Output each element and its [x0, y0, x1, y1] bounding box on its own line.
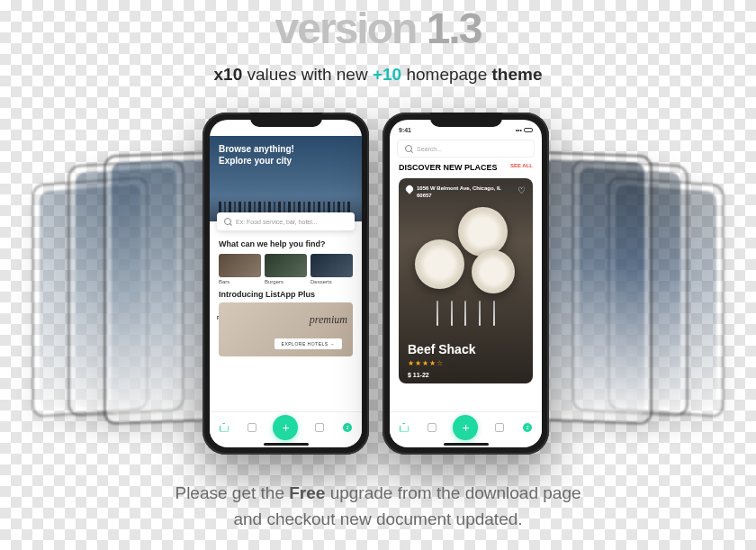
- footer-text: Please get the Free upgrade from the dow…: [0, 481, 756, 532]
- search-placeholder: Ex: Food service, bar, hotel...: [236, 219, 318, 225]
- tagline-plus10: +10: [373, 65, 401, 84]
- plus-icon: +: [462, 420, 469, 435]
- search-input[interactable]: Ex: Food service, bar, hotel...: [217, 212, 355, 230]
- tagline: x10 values with new +10 homepage theme: [0, 65, 756, 85]
- bookmark-icon: [495, 423, 504, 432]
- nav-home[interactable]: [397, 420, 411, 435]
- category-burgers[interactable]: Burgers: [265, 254, 307, 284]
- status-time: 9:41: [219, 127, 231, 133]
- home-indicator: [444, 443, 489, 446]
- free-label: Free: [289, 483, 325, 502]
- badge: 2: [523, 423, 532, 432]
- search-placeholder: Search...: [417, 146, 442, 152]
- card-address: 1056 W Belmont Ave, Chicago, IL 60657: [406, 185, 515, 200]
- see-all-link[interactable]: SEE ALL: [510, 163, 533, 168]
- badge: 2: [343, 423, 352, 432]
- version-title: version 1.3: [0, 4, 756, 53]
- battery-icon: [344, 128, 353, 132]
- rating-stars: ★★★★☆: [408, 359, 444, 367]
- section-title: What can we help you find?: [210, 238, 362, 250]
- nav-home[interactable]: [217, 420, 231, 435]
- search-icon: [405, 145, 412, 152]
- explore-hotels-button[interactable]: EXPLORE HOTELS →: [274, 338, 342, 349]
- hero-banner: Browse anything! Explore your city: [210, 136, 362, 221]
- search-icon: [224, 218, 231, 225]
- signal-icon: •••: [336, 127, 342, 133]
- battery-icon: [524, 128, 533, 132]
- intro-card[interactable]: PASTA SISTERS premium EXPLORE HOTELS →: [210, 301, 362, 358]
- status-time: 9:41: [399, 127, 411, 133]
- category-desserts[interactable]: Desserts: [310, 254, 353, 284]
- intro-image: premium EXPLORE HOTELS →: [219, 302, 353, 356]
- home-icon: [220, 423, 229, 432]
- phone-notch: [250, 113, 322, 127]
- category-bars[interactable]: Bars: [219, 254, 261, 284]
- discover-title: DISCOVER NEW PLACES: [399, 163, 498, 173]
- bottom-nav: + 2: [210, 411, 362, 442]
- place-card[interactable]: 1056 W Belmont Ave, Chicago, IL 60657 ♡ …: [399, 178, 533, 383]
- plate: [458, 207, 508, 257]
- inbox-icon: [248, 423, 256, 432]
- category-row: Bars Burgers Desserts: [210, 250, 362, 288]
- nav-notifications[interactable]: 2: [340, 420, 355, 435]
- nav-notifications[interactable]: 2: [520, 420, 535, 435]
- category-image: [265, 254, 307, 277]
- nav-add-button[interactable]: +: [453, 415, 478, 440]
- category-image: [310, 254, 353, 277]
- place-name: Beef Shack: [408, 342, 475, 356]
- price-range: $ 11-22: [408, 372, 429, 378]
- bottom-nav: + 2: [390, 411, 542, 442]
- phone-mockups: 9:41 ••• Browse anything! Explore your c…: [0, 108, 756, 464]
- phone-mockup-left: 9:41 ••• Browse anything! Explore your c…: [202, 113, 369, 455]
- food-image: [406, 207, 526, 297]
- search-input[interactable]: Search...: [397, 140, 535, 158]
- cutlery: [430, 301, 501, 328]
- home-icon: [400, 423, 409, 432]
- heart-icon[interactable]: ♡: [518, 185, 526, 195]
- screen-left: 9:41 ••• Browse anything! Explore your c…: [210, 120, 362, 447]
- nav-bookmark[interactable]: [492, 420, 507, 435]
- premium-label: premium: [310, 313, 347, 327]
- discover-header: DISCOVER NEW PLACES SEE ALL: [390, 163, 542, 173]
- home-indicator: [264, 443, 309, 446]
- screen-right: 9:41 ••• Search... DISCOVER NEW PLACES S…: [390, 120, 542, 447]
- tagline-x10: x10: [214, 65, 243, 84]
- nav-inbox[interactable]: [245, 420, 259, 435]
- nav-inbox[interactable]: [425, 420, 439, 435]
- nav-bookmark[interactable]: [312, 420, 327, 435]
- pin-icon: [404, 184, 414, 194]
- version-prefix: version: [275, 5, 417, 52]
- signal-icon: •••: [516, 127, 522, 133]
- version-number: 1.3: [427, 5, 482, 52]
- plate: [472, 250, 515, 293]
- category-image: [219, 254, 261, 277]
- nav-add-button[interactable]: +: [273, 415, 298, 440]
- hero-title-1: Browse anything!: [219, 143, 353, 155]
- inbox-icon: [428, 423, 436, 432]
- phone-mockup-right: 9:41 ••• Search... DISCOVER NEW PLACES S…: [382, 113, 549, 455]
- phone-notch: [430, 113, 502, 127]
- hero-title-2: Explore your city: [219, 155, 353, 167]
- plus-icon: +: [282, 420, 289, 435]
- ghost-phone: [536, 151, 652, 426]
- bookmark-icon: [315, 423, 324, 432]
- intro-title: Introducing ListApp Plus: [210, 288, 362, 301]
- plate: [415, 239, 464, 289]
